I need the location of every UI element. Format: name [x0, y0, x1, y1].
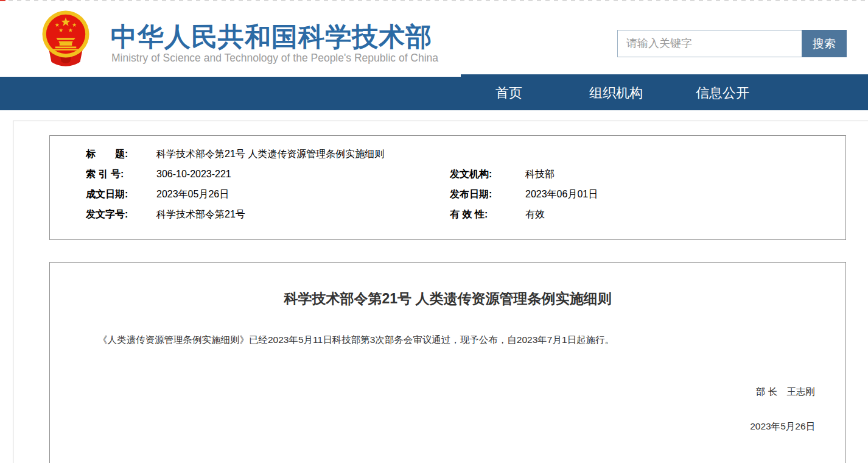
meta-index-label: 索 引 号:: [86, 168, 156, 188]
meta-index-value: 306-10-2023-221: [156, 168, 450, 188]
meta-title-label: 标 题:: [86, 148, 156, 168]
meta-publish-date-value: 2023年06月01日: [525, 188, 845, 208]
site-subtitle: Ministry of Science and Technology of th…: [111, 52, 438, 65]
meta-title-value: 科学技术部令第21号 人类遗传资源管理条例实施细则: [156, 148, 845, 168]
meta-written-date-label: 成文日期:: [86, 188, 156, 208]
national-emblem-icon: [39, 9, 93, 73]
meta-issuer-label: 发文机构:: [450, 168, 525, 188]
site-title: 中华人民共和国科学技术部: [111, 19, 432, 55]
document-metadata-box: 标 题: 科学技术部令第21号 人类遗传资源管理条例实施细则 索 引 号: 30…: [49, 135, 846, 240]
meta-issuer-value: 科技部: [525, 168, 845, 188]
meta-publish-date-label: 发布日期:: [450, 188, 525, 208]
document-content-box: 科学技术部令第21号 人类遗传资源管理条例实施细则 《人类遗传资源管理条例实施细…: [49, 262, 846, 463]
nav-item-organization[interactable]: 组织机构: [589, 84, 643, 102]
site-header: 中华人民共和国科学技术部 Ministry of Science and Tec…: [0, 1, 868, 77]
metadata-table: 标 题: 科学技术部令第21号 人类遗传资源管理条例实施细则 索 引 号: 30…: [50, 136, 845, 228]
document-body-paragraph: 《人类遗传资源管理条例实施细则》已经2023年5月11日科技部第3次部务会审议通…: [50, 333, 845, 348]
page: 中华人民共和国科学技术部 Ministry of Science and Tec…: [0, 0, 868, 463]
nav-item-home[interactable]: 首页: [495, 84, 522, 102]
meta-written-date-value: 2023年05月26日: [156, 188, 450, 208]
meta-validity-value: 有效: [525, 208, 845, 228]
meta-validity-label: 有 效 性:: [450, 208, 525, 228]
header-nav-notch: [0, 74, 461, 77]
meta-doc-number-label: 发文字号:: [86, 208, 156, 228]
document-date: 2023年5月26日: [50, 420, 845, 433]
nav-item-info-disclosure[interactable]: 信息公开: [696, 84, 749, 102]
search-input[interactable]: [617, 30, 802, 57]
document-signature: 部 长 王志刚: [50, 386, 845, 398]
meta-doc-number-value: 科学技术部令第21号: [156, 208, 450, 228]
document-title: 科学技术部令第21号 人类遗传资源管理条例实施细则: [50, 289, 845, 308]
search-button[interactable]: 搜索: [802, 30, 847, 57]
